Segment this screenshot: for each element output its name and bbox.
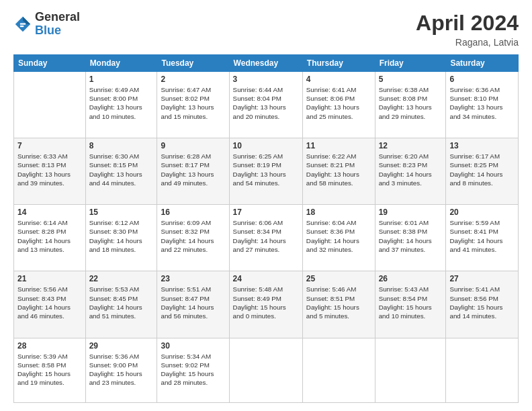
day-number: 26 (379, 274, 443, 283)
day-info: Sunrise: 5:53 AM Sunset: 8:45 PM Dayligh… (89, 285, 154, 320)
day-info: Sunrise: 5:39 AM Sunset: 8:58 PM Dayligh… (17, 352, 82, 387)
calendar-cell (229, 338, 302, 403)
day-number: 23 (161, 274, 225, 283)
svg-rect-2 (20, 23, 26, 24)
day-number: 7 (17, 141, 82, 150)
weekday-header-sunday: Sunday (14, 55, 86, 72)
day-number: 14 (17, 208, 82, 217)
day-number: 10 (233, 141, 299, 150)
calendar-cell: 30Sunrise: 5:34 AM Sunset: 9:02 PM Dayli… (157, 338, 229, 403)
calendar-cell: 9Sunrise: 6:28 AM Sunset: 8:17 PM Daylig… (157, 138, 229, 205)
calendar-cell: 24Sunrise: 5:48 AM Sunset: 8:49 PM Dayli… (229, 271, 302, 338)
calendar-table: SundayMondayTuesdayWednesdayThursdayFrid… (13, 54, 519, 403)
week-row-4: 21Sunrise: 5:56 AM Sunset: 8:43 PM Dayli… (14, 271, 519, 338)
day-number: 1 (89, 75, 154, 84)
day-number: 6 (449, 75, 515, 84)
day-info: Sunrise: 6:09 AM Sunset: 8:32 PM Dayligh… (161, 218, 225, 254)
logo: General Blue (13, 11, 80, 38)
day-info: Sunrise: 6:28 AM Sunset: 8:17 PM Dayligh… (161, 152, 225, 187)
day-info: Sunrise: 6:04 AM Sunset: 8:36 PM Dayligh… (306, 218, 371, 254)
day-number: 27 (449, 274, 515, 283)
calendar-cell: 14Sunrise: 6:14 AM Sunset: 8:28 PM Dayli… (14, 205, 86, 271)
calendar-cell: 11Sunrise: 6:22 AM Sunset: 8:21 PM Dayli… (302, 138, 375, 205)
title-block: April 2024 Ragana, Latvia (416, 11, 519, 48)
day-number: 30 (161, 341, 225, 351)
day-number: 29 (89, 341, 154, 351)
calendar-cell: 7Sunrise: 6:33 AM Sunset: 8:13 PM Daylig… (14, 138, 86, 205)
day-info: Sunrise: 6:06 AM Sunset: 8:34 PM Dayligh… (233, 218, 299, 254)
calendar-cell: 12Sunrise: 6:20 AM Sunset: 8:23 PM Dayli… (375, 138, 446, 205)
day-info: Sunrise: 5:59 AM Sunset: 8:41 PM Dayligh… (449, 218, 515, 254)
logo-general-text: General (35, 11, 80, 24)
calendar-cell: 21Sunrise: 5:56 AM Sunset: 8:43 PM Dayli… (14, 271, 86, 338)
day-info: Sunrise: 6:14 AM Sunset: 8:28 PM Dayligh… (17, 218, 82, 254)
day-info: Sunrise: 5:41 AM Sunset: 8:56 PM Dayligh… (449, 285, 515, 320)
calendar-cell: 26Sunrise: 5:43 AM Sunset: 8:54 PM Dayli… (375, 271, 446, 338)
calendar-cell (446, 338, 519, 403)
calendar-cell (14, 72, 86, 138)
day-number: 15 (89, 208, 154, 217)
day-info: Sunrise: 6:44 AM Sunset: 8:04 PM Dayligh… (233, 85, 299, 121)
calendar-cell: 19Sunrise: 6:01 AM Sunset: 8:38 PM Dayli… (375, 205, 446, 271)
day-info: Sunrise: 6:25 AM Sunset: 8:19 PM Dayligh… (233, 152, 299, 187)
day-number: 28 (17, 341, 82, 351)
day-info: Sunrise: 6:33 AM Sunset: 8:13 PM Dayligh… (17, 152, 82, 187)
day-number: 3 (233, 75, 299, 84)
day-info: Sunrise: 5:46 AM Sunset: 8:51 PM Dayligh… (306, 285, 371, 320)
title-location: Ragana, Latvia (416, 37, 519, 48)
day-number: 20 (449, 208, 515, 217)
calendar-cell: 8Sunrise: 6:30 AM Sunset: 8:15 PM Daylig… (85, 138, 157, 205)
calendar-cell: 27Sunrise: 5:41 AM Sunset: 8:56 PM Dayli… (446, 271, 519, 338)
calendar-cell: 23Sunrise: 5:51 AM Sunset: 8:47 PM Dayli… (157, 271, 229, 338)
day-number: 8 (89, 141, 154, 150)
weekday-header-saturday: Saturday (446, 55, 519, 72)
day-number: 12 (379, 141, 443, 150)
calendar-cell: 2Sunrise: 6:47 AM Sunset: 8:02 PM Daylig… (157, 72, 229, 138)
day-info: Sunrise: 6:38 AM Sunset: 8:08 PM Dayligh… (379, 85, 443, 121)
day-number: 9 (161, 141, 225, 150)
calendar-cell: 1Sunrise: 6:49 AM Sunset: 8:00 PM Daylig… (85, 72, 157, 138)
day-number: 17 (233, 208, 299, 217)
calendar-cell: 25Sunrise: 5:46 AM Sunset: 8:51 PM Dayli… (302, 271, 375, 338)
day-info: Sunrise: 6:47 AM Sunset: 8:02 PM Dayligh… (161, 85, 225, 121)
day-info: Sunrise: 6:36 AM Sunset: 8:10 PM Dayligh… (449, 85, 515, 121)
logo-icon (13, 15, 32, 34)
header: General Blue April 2024 Ragana, Latvia (13, 11, 519, 48)
calendar-cell (375, 338, 446, 403)
day-number: 24 (233, 274, 299, 283)
day-number: 5 (379, 75, 443, 84)
svg-rect-3 (20, 26, 24, 27)
page: General Blue April 2024 Ragana, Latvia S… (0, 0, 532, 411)
day-info: Sunrise: 5:51 AM Sunset: 8:47 PM Dayligh… (161, 285, 225, 320)
weekday-header-tuesday: Tuesday (157, 55, 229, 72)
calendar-cell: 16Sunrise: 6:09 AM Sunset: 8:32 PM Dayli… (157, 205, 229, 271)
day-number: 2 (161, 75, 225, 84)
weekday-header-row: SundayMondayTuesdayWednesdayThursdayFrid… (14, 55, 519, 72)
day-info: Sunrise: 6:49 AM Sunset: 8:00 PM Dayligh… (89, 85, 154, 121)
day-number: 13 (449, 141, 515, 150)
day-info: Sunrise: 5:48 AM Sunset: 8:49 PM Dayligh… (233, 285, 299, 320)
week-row-2: 7Sunrise: 6:33 AM Sunset: 8:13 PM Daylig… (14, 138, 519, 205)
day-info: Sunrise: 5:43 AM Sunset: 8:54 PM Dayligh… (379, 285, 443, 320)
day-number: 11 (306, 141, 371, 150)
calendar-cell: 18Sunrise: 6:04 AM Sunset: 8:36 PM Dayli… (302, 205, 375, 271)
calendar-cell: 22Sunrise: 5:53 AM Sunset: 8:45 PM Dayli… (85, 271, 157, 338)
day-info: Sunrise: 6:22 AM Sunset: 8:21 PM Dayligh… (306, 152, 371, 187)
day-number: 19 (379, 208, 443, 217)
day-info: Sunrise: 6:12 AM Sunset: 8:30 PM Dayligh… (89, 218, 154, 254)
week-row-1: 1Sunrise: 6:49 AM Sunset: 8:00 PM Daylig… (14, 72, 519, 138)
title-month: April 2024 (416, 11, 519, 36)
weekday-header-monday: Monday (85, 55, 157, 72)
calendar-cell: 3Sunrise: 6:44 AM Sunset: 8:04 PM Daylig… (229, 72, 302, 138)
day-info: Sunrise: 6:17 AM Sunset: 8:25 PM Dayligh… (449, 152, 515, 187)
day-number: 22 (89, 274, 154, 283)
calendar-cell: 28Sunrise: 5:39 AM Sunset: 8:58 PM Dayli… (14, 338, 86, 403)
logo-text: General Blue (35, 11, 80, 38)
week-row-5: 28Sunrise: 5:39 AM Sunset: 8:58 PM Dayli… (14, 338, 519, 403)
day-info: Sunrise: 5:56 AM Sunset: 8:43 PM Dayligh… (17, 285, 82, 320)
calendar-cell: 20Sunrise: 5:59 AM Sunset: 8:41 PM Dayli… (446, 205, 519, 271)
week-row-3: 14Sunrise: 6:14 AM Sunset: 8:28 PM Dayli… (14, 205, 519, 271)
weekday-header-thursday: Thursday (302, 55, 375, 72)
calendar-cell: 5Sunrise: 6:38 AM Sunset: 8:08 PM Daylig… (375, 72, 446, 138)
day-info: Sunrise: 6:01 AM Sunset: 8:38 PM Dayligh… (379, 218, 443, 254)
